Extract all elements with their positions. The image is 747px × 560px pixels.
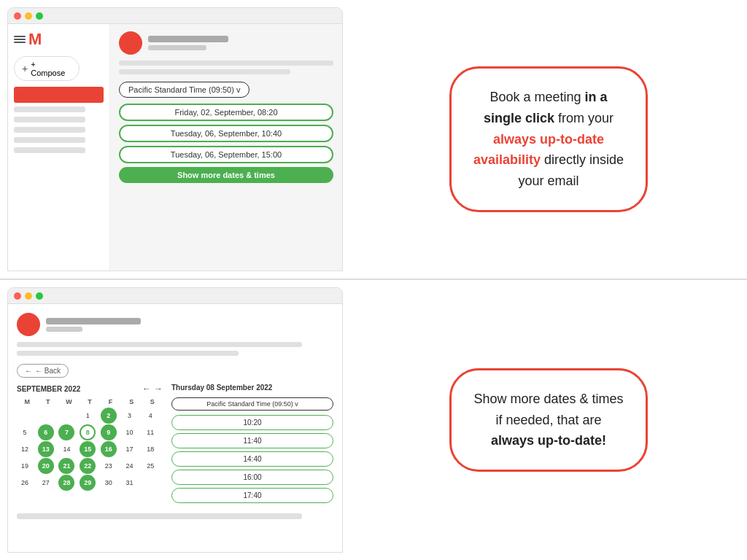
viewer-body-line-1 — [17, 342, 302, 347]
calendar-day-30[interactable]: 30 — [101, 475, 117, 491]
calendar-day-14[interactable]: 14 — [58, 441, 74, 457]
bottom-line-placeholder — [17, 513, 302, 519]
bottom-left: ← ← Back SEPTEMBER 2022 ← → — [0, 280, 350, 560]
body-line-2 — [119, 69, 290, 74]
next-month-icon[interactable]: → — [154, 384, 163, 394]
date-slot-1[interactable]: Friday, 02, September, 08:20 — [119, 104, 333, 121]
calendar-day-6[interactable]: 6 — [38, 424, 54, 440]
avatar — [119, 31, 142, 55]
date-slots-container: Friday, 02, September, 08:20 Tuesday, 06… — [119, 104, 333, 163]
calendar-day-13[interactable]: 13 — [38, 441, 54, 457]
viewer-avatar — [17, 313, 40, 336]
calendar-day-28[interactable]: 28 — [58, 475, 74, 491]
bottom-body: ← ← Back SEPTEMBER 2022 ← → — [8, 304, 342, 552]
sidebar-inbox-label — [14, 87, 104, 103]
calendar-day-24[interactable]: 24 — [122, 458, 138, 474]
calendar-day-12[interactable]: 12 — [17, 441, 33, 457]
sidebar-line-1 — [14, 106, 85, 112]
dot-yellow-b — [25, 292, 32, 300]
calendar-day-empty — [38, 408, 54, 424]
compose-plus-icon: + — [22, 63, 28, 74]
day-header-s1: S — [121, 398, 142, 405]
calendar-day-20[interactable]: 20 — [38, 458, 54, 474]
calendar-day-15[interactable]: 15 — [80, 441, 96, 457]
email-header — [119, 31, 333, 55]
calendar-day-29[interactable]: 29 — [80, 475, 96, 491]
calendar-day-4[interactable]: 4 — [142, 408, 158, 424]
sender-date-line — [148, 45, 206, 50]
bottom-panel: ← ← Back SEPTEMBER 2022 ← → — [0, 280, 747, 560]
time-slot-1[interactable]: 11:40 — [171, 433, 333, 448]
time-slot-4[interactable]: 17:40 — [171, 488, 333, 503]
calendar-day-7[interactable]: 7 — [58, 424, 74, 440]
viewer-header — [17, 313, 333, 336]
viewer-sender-date — [46, 327, 82, 332]
time-timezone-label: Pacific Standard Time (09:50) v — [206, 400, 298, 408]
calendar-day-8[interactable]: 8 — [80, 424, 96, 440]
calendar-day-23[interactable]: 23 — [101, 458, 117, 474]
time-timezone-selector[interactable]: Pacific Standard Time (09:50) v — [171, 397, 333, 411]
calendar-day-empty — [142, 475, 158, 491]
calendar-day-16[interactable]: 16 — [101, 441, 117, 457]
top-panel: M + + Compose — [0, 0, 747, 280]
calendar-day-31[interactable]: 31 — [122, 475, 138, 491]
gmail-sidebar: M + + Compose — [8, 24, 110, 271]
calendar-nav: ← → — [142, 384, 163, 394]
bottom-window: ← ← Back SEPTEMBER 2022 ← → — [7, 287, 343, 553]
calendar-day-21[interactable]: 21 — [58, 458, 74, 474]
hamburger-icon — [14, 36, 26, 43]
day-header-t1: T — [38, 398, 59, 405]
calendar-day-27[interactable]: 27 — [38, 475, 54, 491]
calendar-day-17[interactable]: 17 — [122, 441, 138, 457]
bottom-callout-highlight: more dates & times — [510, 392, 623, 406]
show-more-button[interactable]: Show more dates & times — [119, 167, 333, 183]
calendar-days-grid: 1234567891011121314151617181920212223242… — [17, 408, 163, 491]
back-button[interactable]: ← ← Back — [17, 364, 69, 378]
callout-text-1: Book a meeting in asingle click from you… — [484, 90, 614, 125]
calendar-day-9[interactable]: 9 — [101, 424, 117, 440]
time-slots-container: 10:2011:4014:4016:0017:40 — [171, 415, 333, 503]
window-chrome: M + + Compose — [7, 7, 343, 271]
calendar-day-19[interactable]: 19 — [17, 458, 33, 474]
body-line-1 — [119, 61, 333, 66]
calendar-days-header: M T W T F S S — [17, 398, 163, 405]
day-header-w: W — [58, 398, 80, 405]
time-picker: Thursday 08 September 2022 Pacific Stand… — [171, 384, 333, 506]
day-header-t2: T — [80, 398, 101, 405]
day-header-m: M — [17, 398, 38, 405]
calendar-day-18[interactable]: 18 — [142, 441, 158, 457]
dot-red-b — [14, 292, 21, 300]
day-header-s2: S — [142, 398, 163, 405]
calendar-day-26[interactable]: 26 — [17, 475, 33, 491]
timezone-selector[interactable]: Pacific Standard Time (09:50) v — [119, 82, 249, 98]
viewer-body-lines — [17, 342, 333, 356]
calendar-day-10[interactable]: 10 — [122, 424, 138, 440]
dot-green-b — [36, 292, 43, 300]
booking-layout: SEPTEMBER 2022 ← → M T W T F — [17, 384, 333, 506]
compose-label: + Compose — [31, 60, 71, 77]
calendar-day-1[interactable]: 1 — [80, 408, 96, 424]
calendar-day-2[interactable]: 2 — [101, 408, 117, 424]
bottom-callout: Show more dates & times if needed, that … — [350, 280, 747, 560]
gmail-content: Pacific Standard Time (09:50) v Friday, … — [110, 24, 342, 271]
viewer-sender-name — [46, 318, 141, 324]
gmail-body: M + + Compose — [8, 24, 342, 271]
calendar-day-22[interactable]: 22 — [80, 458, 96, 474]
prev-month-icon[interactable]: ← — [142, 384, 151, 394]
date-slot-3[interactable]: Tuesday, 06, September, 15:00 — [119, 146, 333, 163]
dot-red — [14, 12, 21, 20]
viewer-sender-info — [46, 318, 141, 332]
time-slot-2[interactable]: 14:40 — [171, 451, 333, 467]
calendar-day-11[interactable]: 11 — [142, 424, 158, 440]
compose-button[interactable]: + + Compose — [14, 56, 80, 81]
calendar-day-3[interactable]: 3 — [122, 408, 138, 424]
email-body-placeholder — [119, 61, 333, 74]
dot-yellow — [25, 12, 32, 20]
time-slot-3[interactable]: 16:00 — [171, 470, 333, 485]
calendar-day-5[interactable]: 5 — [17, 424, 33, 440]
date-slot-2[interactable]: Tuesday, 06, September, 10:40 — [119, 125, 333, 142]
calendar-day-25[interactable]: 25 — [142, 458, 158, 474]
window-titlebar — [8, 8, 342, 24]
top-callout-bubble: Book a meeting in asingle click from you… — [449, 66, 648, 212]
time-slot-0[interactable]: 10:20 — [171, 415, 333, 430]
